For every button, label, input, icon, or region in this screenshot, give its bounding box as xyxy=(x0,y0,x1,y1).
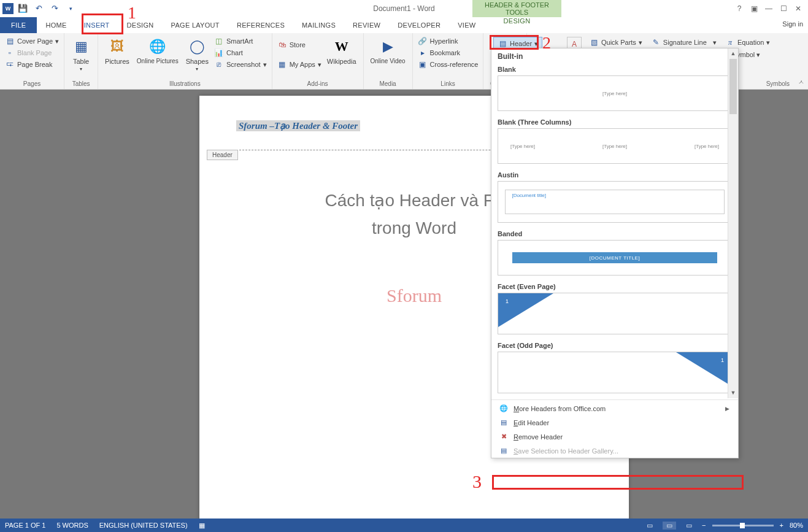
gallery-preview-facet-odd[interactable]: 1 xyxy=(498,352,732,393)
group-links: 🔗Hyperlink ▸Bookmark ▣Cross-reference Li… xyxy=(413,33,484,89)
smartart-icon: ◫ xyxy=(214,36,224,46)
hyperlink-button[interactable]: 🔗Hyperlink xyxy=(417,36,480,47)
group-label-pages: Pages xyxy=(4,79,60,89)
tab-design[interactable]: DESIGN xyxy=(118,17,163,33)
gallery-section-builtin: Built-in xyxy=(491,48,738,63)
status-macro-icon[interactable]: ▦ xyxy=(199,522,205,530)
gallery-scrollbar[interactable]: ▲ ▼ xyxy=(728,48,738,398)
table-icon: ▦ xyxy=(71,37,91,56)
signature-line-button[interactable]: ✎Signature Line ▾ xyxy=(650,37,718,48)
status-language[interactable]: ENGLISH (UNITED STATES) xyxy=(99,522,188,529)
ribbon-options-icon[interactable]: ▣ xyxy=(748,4,760,13)
gallery-edit-header[interactable]: ▤ Edit Header xyxy=(491,415,738,430)
status-words[interactable]: 5 WORDS xyxy=(56,522,88,529)
table-button[interactable]: ▦Table▾ xyxy=(68,36,94,73)
tab-insert[interactable]: INSERT xyxy=(75,17,118,33)
tab-mailings[interactable]: MAILINGS xyxy=(293,17,344,33)
tab-developer[interactable]: DEVELOPER xyxy=(389,17,449,33)
my-apps-icon: ▦ xyxy=(277,60,287,69)
gallery-preview-austin[interactable]: [Document title] xyxy=(498,181,732,223)
blank-page-button[interactable]: ▫Blank Page xyxy=(4,47,60,58)
redo-icon[interactable]: ↷ xyxy=(48,2,61,15)
ribbon-collapse-icon[interactable]: ㅅ xyxy=(798,78,804,87)
scroll-up-icon[interactable]: ▲ xyxy=(728,48,738,59)
page-break-button[interactable]: ⮓Page Break xyxy=(4,59,60,70)
equation-button[interactable]: πEquation ▾ xyxy=(724,37,771,48)
header-text[interactable]: Sforum –Tạo Header & Footer xyxy=(236,120,360,131)
zoom-in-icon[interactable]: + xyxy=(780,522,783,529)
view-read-icon[interactable]: ▭ xyxy=(643,522,656,530)
tab-design-context[interactable]: DESIGN xyxy=(472,17,561,25)
screenshot-button[interactable]: ⎚Screenshot ▾ xyxy=(213,59,268,70)
wikipedia-icon: W xyxy=(332,37,352,56)
edit-header-icon: ▤ xyxy=(499,418,509,426)
page-break-icon: ⮓ xyxy=(5,60,15,69)
chart-button[interactable]: 📊Chart xyxy=(213,47,268,58)
shapes-icon: ◯ xyxy=(187,37,207,56)
zoom-out-icon[interactable]: − xyxy=(702,522,706,529)
bookmark-button[interactable]: ▸Bookmark xyxy=(417,47,480,58)
scroll-thumb[interactable] xyxy=(729,59,737,114)
save-selection-icon: ▤ xyxy=(499,447,509,455)
bookmark-icon: ▸ xyxy=(418,48,428,58)
zoom-slider[interactable] xyxy=(712,525,774,526)
store-button[interactable]: 🛍Store xyxy=(276,39,323,50)
tab-review[interactable]: REVIEW xyxy=(344,17,389,33)
maximize-icon[interactable]: ☐ xyxy=(777,4,790,13)
tab-home[interactable]: HOME xyxy=(37,17,75,33)
save-icon[interactable]: 💾 xyxy=(16,2,29,15)
screenshot-icon: ⎚ xyxy=(214,60,224,69)
pictures-icon: 🖼 xyxy=(107,37,127,56)
group-label-symbols: Symbols xyxy=(766,80,790,87)
gallery-remove-header[interactable]: ✖ Remove Header xyxy=(491,430,738,444)
view-web-icon[interactable]: ▭ xyxy=(682,522,696,530)
pictures-button[interactable]: 🖼Pictures xyxy=(102,36,133,66)
scroll-down-icon[interactable]: ▼ xyxy=(728,388,738,398)
undo-icon[interactable]: ↶ xyxy=(32,2,45,15)
quick-parts-icon: ▧ xyxy=(589,37,599,47)
smartart-button[interactable]: ◫SmartArt xyxy=(213,36,268,47)
wikipedia-button[interactable]: WWikipedia xyxy=(324,36,360,66)
view-print-icon[interactable]: ▭ xyxy=(663,522,676,530)
store-icon: 🛍 xyxy=(277,40,287,50)
office-icon: 🌐 xyxy=(499,404,509,412)
shapes-button[interactable]: ◯Shapes▾ xyxy=(183,36,212,73)
group-illustrations: 🖼Pictures 🌐Online Pictures ◯Shapes▾ ◫Sma… xyxy=(98,33,272,89)
sign-in-link[interactable]: Sign in xyxy=(782,20,803,28)
gallery-item-label-facet-odd: Facet (Odd Page) xyxy=(491,339,738,350)
title-bar: W 💾 ↶ ↷ ▾ Document1 - Word HEADER & FOOT… xyxy=(0,0,808,17)
minimize-icon[interactable]: — xyxy=(763,4,775,13)
cross-reference-button[interactable]: ▣Cross-reference xyxy=(417,59,480,70)
online-video-button[interactable]: ▶Online Video xyxy=(367,36,409,66)
online-video-icon: ▶ xyxy=(378,37,398,56)
chevron-right-icon: ▶ xyxy=(725,406,729,412)
status-page[interactable]: PAGE 1 OF 1 xyxy=(5,522,45,529)
header-gallery: Built-in Blank [Type here] Blank (Three … xyxy=(491,48,739,458)
context-tools-title: HEADER & FOOTER TOOLS xyxy=(472,0,561,20)
online-pictures-icon: 🌐 xyxy=(148,37,167,56)
gallery-preview-blank[interactable]: [Type here] xyxy=(498,75,732,111)
gallery-more-headers[interactable]: 🌐 More Headers from Office.com ▶ xyxy=(491,401,738,415)
close-icon[interactable]: ✕ xyxy=(792,4,804,13)
tab-file[interactable]: FILE xyxy=(0,17,37,33)
word-icon: W xyxy=(2,3,13,14)
gallery-item-label-austin: Austin xyxy=(491,169,738,180)
my-apps-button[interactable]: ▦My Apps ▾ xyxy=(276,59,323,70)
group-media: ▶Online Video Media xyxy=(364,33,413,89)
group-pages: ▤Cover Page ▾ ▫Blank Page ⮓Page Break Pa… xyxy=(0,33,64,89)
remove-header-icon: ✖ xyxy=(499,433,509,441)
tab-references[interactable]: REFERENCES xyxy=(228,17,293,33)
qat-customize-icon[interactable]: ▾ xyxy=(64,2,77,15)
quick-parts-button[interactable]: ▧Quick Parts ▾ xyxy=(588,37,644,48)
online-pictures-button[interactable]: 🌐Online Pictures xyxy=(134,36,182,66)
group-label-media: Media xyxy=(367,79,409,89)
group-label-addins: Add-ins xyxy=(276,79,360,89)
zoom-level[interactable]: 80% xyxy=(790,522,803,529)
help-icon[interactable]: ? xyxy=(733,4,745,13)
cover-page-button[interactable]: ▤Cover Page ▾ xyxy=(4,36,60,47)
gallery-item-label-banded: Banded xyxy=(491,228,738,239)
tab-page-layout[interactable]: PAGE LAYOUT xyxy=(163,17,228,33)
gallery-preview-blank3[interactable]: [Type here] [Type here] [Type here] xyxy=(498,128,732,164)
gallery-preview-banded[interactable]: [DOCUMENT TITLE] xyxy=(498,240,732,276)
gallery-preview-facet-even[interactable]: 1 xyxy=(498,293,732,334)
